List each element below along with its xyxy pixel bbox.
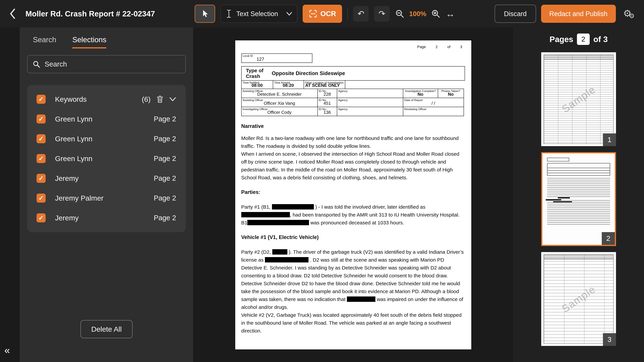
keyword-item[interactable]: ✓ Jeremy Page 2 <box>36 168 176 188</box>
keyword-checkbox[interactable]: ✓ <box>36 114 46 123</box>
delete-all-button[interactable]: Delete All <box>80 320 132 338</box>
party2-paragraph: Party #2 (D2, ). The driver of the garba… <box>241 248 465 311</box>
left-rail: « <box>0 27 20 362</box>
field-time-arrived: Time Arrived 08:20 <box>273 80 304 89</box>
pages-label: Pages <box>550 35 573 44</box>
page-number: 2 <box>436 45 438 49</box>
of-label: of <box>447 45 450 49</box>
zoom-in-button[interactable] <box>431 9 440 18</box>
fit-width-icon: ↔ <box>446 9 455 18</box>
vehicle1-heading: Vehicle #1 (V1, Electric Vehicle) <box>241 234 465 240</box>
trash-icon[interactable] <box>156 95 164 103</box>
field-photos-taken: Photos Taken? No <box>438 89 464 98</box>
keywords-title: Keywords <box>55 95 87 103</box>
page-total: 3 <box>460 45 462 49</box>
redact-publish-button[interactable]: Redact and Publish <box>541 5 616 23</box>
keyword-item[interactable]: ✓ Jeremy Palmer Page 2 <box>36 188 176 208</box>
settings-gears-icon[interactable]: ⚙ ⚙ <box>623 8 634 19</box>
keyword-name: Green Lynn <box>55 135 92 143</box>
selections-sidebar: Search Selections ✓ Keywords (6) <box>20 27 193 362</box>
sidebar-tabs: Search Selections <box>20 35 193 48</box>
chevron-down-icon[interactable] <box>169 97 176 101</box>
redaction-box[interactable] <box>347 297 376 302</box>
redaction-box[interactable] <box>272 249 288 255</box>
redaction-box[interactable] <box>272 204 314 210</box>
pages-panel: Pages 2 of 3 Sample 1 <box>513 27 644 362</box>
zoom-out-icon <box>395 9 404 18</box>
keywords-count: (6) <box>142 95 150 103</box>
search-input[interactable] <box>44 60 180 68</box>
field-agency-1: Agency <box>337 89 403 98</box>
field-agency-2: Agency <box>337 98 403 107</box>
search-box[interactable] <box>27 55 186 73</box>
keyword-name: Green Lynn <box>55 115 92 123</box>
field-investigating-officer: Investigating Officer , Officer Cody <box>241 107 318 116</box>
zoom-level: 100% <box>409 10 426 17</box>
fit-width-button[interactable]: ↔ <box>446 9 455 18</box>
thumbnail-page-badge: 3 <box>603 333 616 346</box>
narrative-paragraph-2: When I arrived on scene, I observed the … <box>241 150 465 182</box>
tool-mode-dropdown[interactable]: Text Selection <box>220 5 297 23</box>
undo-button[interactable]: ↶ <box>353 6 369 22</box>
redaction-box[interactable] <box>247 220 309 225</box>
field-date-of-report: Date of Report / / <box>403 98 464 107</box>
thumbnail-list: Sample 1 2 <box>541 52 616 346</box>
document-viewer[interactable]: Page 2 of 3 Local ID 127 Type of Crash O… <box>193 27 513 362</box>
keyword-checkbox[interactable]: ✓ <box>36 154 46 163</box>
keywords-header: ✓ Keywords (6) <box>36 89 176 109</box>
discard-button[interactable]: Discard <box>494 5 536 23</box>
back-button[interactable] <box>10 6 21 21</box>
mini-text-block <box>547 178 610 198</box>
app-window: Moller Rd. Crash Report # 22-02347 Text … <box>0 0 644 362</box>
tool-mode-label: Text Selection <box>236 10 278 17</box>
mini-redaction <box>546 199 561 200</box>
redaction-box[interactable] <box>241 212 290 217</box>
tab-search[interactable]: Search <box>33 35 56 48</box>
page-thumbnail-3[interactable]: Sample 3 <box>541 252 616 346</box>
mini-table-row <box>547 173 610 176</box>
field-investigation-complete: Investigation Complete? No <box>403 89 438 98</box>
zoom-out-button[interactable] <box>395 9 404 18</box>
ocr-button[interactable]: OCR <box>303 5 342 23</box>
keyword-checkbox[interactable]: ✓ <box>36 174 46 183</box>
keyword-checkbox[interactable]: ✓ <box>36 213 46 222</box>
keyword-item[interactable]: ✓ Green Lynn Page 2 <box>36 149 176 168</box>
keyword-item[interactable]: ✓ Jeremy Page 2 <box>36 208 176 228</box>
narrative-heading: Narrative <box>241 123 465 129</box>
ocr-label: OCR <box>320 10 336 18</box>
pages-total-label: of 3 <box>593 35 608 44</box>
field-other-location: Other Location of Investigation AT SCENE… <box>304 80 345 89</box>
local-id-field: Local ID 127 <box>241 53 312 63</box>
zoom-in-icon <box>431 9 440 18</box>
redo-button[interactable]: ↷ <box>374 6 390 22</box>
keyword-name: Jeremy <box>55 174 79 183</box>
keyword-item[interactable]: ✓ Green Lynn Page 2 <box>36 109 176 129</box>
mini-redaction <box>553 201 572 202</box>
page-label: Page <box>417 45 426 49</box>
type-of-crash-value: Opposite Direction Sideswipe <box>272 70 345 76</box>
chevron-down-icon <box>286 12 292 16</box>
main-content: « Search Selections ✓ Keywords <box>0 27 644 362</box>
keyword-item[interactable]: ✓ Green Lynn Page 2 <box>36 129 176 149</box>
keyword-checkbox[interactable]: ✓ <box>36 194 46 203</box>
page-indicator: Page 2 of 3 <box>417 45 462 49</box>
page-number-input[interactable]: 2 <box>577 33 590 45</box>
thumbnail-page-badge: 2 <box>602 232 615 245</box>
keyword-page: Page 2 <box>154 174 176 182</box>
collapse-sidebar-button[interactable]: « <box>4 345 10 356</box>
pages-header: Pages 2 of 3 <box>550 33 608 45</box>
type-of-crash-field: Type of Crash Opposite Direction Sideswi… <box>241 66 465 81</box>
page-thumbnail-1[interactable]: Sample 1 <box>541 52 616 146</box>
page-thumbnail-2-current[interactable]: 2 <box>541 152 616 246</box>
vehicle2-paragraph: Vehicle #2 (V2, Garbage Truck) was locat… <box>241 311 465 335</box>
keyword-checkbox[interactable]: ✓ <box>36 134 46 143</box>
redaction-box[interactable] <box>265 257 308 263</box>
field-id-no-2: ID No. 451 <box>318 98 337 107</box>
officer-row-2: Assisting Officer Officer Xia Vang ID No… <box>241 98 465 107</box>
tab-selections[interactable]: Selections <box>72 35 106 48</box>
document-title: Moller Rd. Crash Report # 22-02347 <box>26 9 155 18</box>
field-assisting-officer-1: Assisting Officer Detective E. Schneider <box>241 89 318 98</box>
keywords-checkbox[interactable]: ✓ <box>36 95 46 104</box>
keyword-page: Page 2 <box>154 135 176 143</box>
select-tool-button[interactable] <box>195 5 215 23</box>
